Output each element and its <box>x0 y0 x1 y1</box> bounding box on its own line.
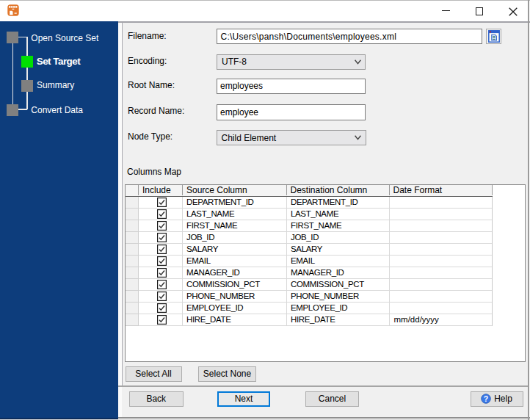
svg-text:?: ? <box>484 394 488 403</box>
